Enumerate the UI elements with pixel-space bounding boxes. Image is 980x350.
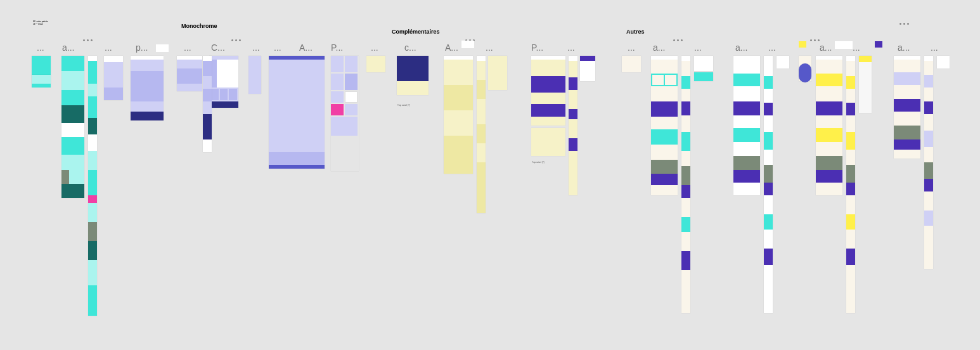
frame-chip2[interactable] <box>835 41 853 49</box>
frame-m1-b[interactable] <box>32 75 51 84</box>
col-label: ... <box>628 42 653 53</box>
caption-trop2: Trop saturé (?) <box>532 161 545 164</box>
frame-a5-bubble[interactable] <box>799 63 811 82</box>
ellipsis-icon <box>810 39 820 41</box>
col-label: ... <box>931 42 956 53</box>
section-title-compl: Complémentaires <box>392 29 440 35</box>
col-label: ... <box>486 42 511 53</box>
frame-a5-mobile[interactable] <box>846 56 855 313</box>
frame-c6-mobile[interactable] <box>569 56 577 195</box>
ellipsis-icon <box>673 39 683 41</box>
frame-m2-accueil[interactable] <box>61 56 84 198</box>
col-label: ... <box>371 42 396 53</box>
frame-m3[interactable] <box>104 56 123 100</box>
frame-a3b[interactable] <box>694 72 713 81</box>
frame-m6-mobile[interactable] <box>203 56 212 152</box>
caption-trop1: Trop saturé (?) <box>397 104 410 107</box>
frame-m8-article[interactable] <box>269 56 325 169</box>
frame-m2-mobile[interactable] <box>88 56 97 316</box>
frame-c6-card[interactable] <box>580 56 595 81</box>
frame-m5[interactable] <box>177 56 202 91</box>
frame-a7-accueil[interactable] <box>894 56 920 159</box>
col-label: a... <box>735 42 761 53</box>
frame-c1[interactable] <box>366 56 385 72</box>
col-label: a... <box>62 42 87 53</box>
col-label: ... <box>184 42 209 53</box>
col-label: a... <box>898 42 923 53</box>
section-title-monochrome: Monochrome <box>181 23 217 29</box>
col-label: P... <box>531 42 557 53</box>
frame-chip-yellow[interactable] <box>799 41 806 48</box>
col-label: a... <box>653 42 678 53</box>
frame-search-mini[interactable] <box>156 44 169 52</box>
ellipsis-icon <box>231 39 241 41</box>
col-label: c... <box>404 42 430 53</box>
col-label: ... <box>37 42 62 53</box>
frame-c3-mobile[interactable] <box>477 56 486 213</box>
frame-c4[interactable] <box>488 56 507 90</box>
frame-m9-comps[interactable] <box>331 56 359 171</box>
frame-m7[interactable] <box>248 56 261 94</box>
frame-c2[interactable] <box>397 56 429 95</box>
ellipsis-icon <box>899 23 909 25</box>
frame-c5-profil[interactable] <box>531 56 565 126</box>
figma-canvas[interactable]: { "meta": { "blurb": "UI / color\npalett… <box>0 0 980 350</box>
frame-a4-accueil[interactable] <box>733 56 760 195</box>
col-label: C... <box>211 42 236 53</box>
ellipsis-icon <box>83 39 93 41</box>
frame-a4c[interactable] <box>777 56 789 68</box>
col-label: ... <box>694 42 719 53</box>
frame-m6-chat[interactable] <box>209 56 238 108</box>
col-label: ... <box>274 42 299 53</box>
col-label: P... <box>331 42 356 53</box>
frame-a1[interactable] <box>622 56 641 72</box>
frame-a2-mobile[interactable] <box>681 56 690 313</box>
col-label: ... <box>768 42 794 53</box>
frame-a3[interactable] <box>694 56 713 71</box>
frame-a7-mobile[interactable] <box>924 56 933 269</box>
page-meta: UI / color palette v3 — revue <box>33 21 49 26</box>
section-title-autres: Autres <box>626 29 645 35</box>
frame-c3-accueil[interactable] <box>444 56 473 174</box>
frame-chip[interactable] <box>461 41 474 48</box>
col-label: ... <box>853 42 878 53</box>
frame-m4-profil[interactable] <box>131 56 164 120</box>
frame-a4-mobile[interactable] <box>764 56 773 313</box>
col-label: ... <box>567 42 593 53</box>
frame-c5b[interactable] <box>531 128 565 156</box>
frame-a2-accueil[interactable] <box>651 56 678 195</box>
frame-a6-card[interactable] <box>859 56 872 113</box>
col-label: A... <box>299 42 325 53</box>
frame-a5-accueil[interactable] <box>816 56 842 195</box>
frame-chip-indigo[interactable] <box>875 41 882 48</box>
col-label: ... <box>105 42 130 53</box>
frame-a8[interactable] <box>937 56 950 68</box>
